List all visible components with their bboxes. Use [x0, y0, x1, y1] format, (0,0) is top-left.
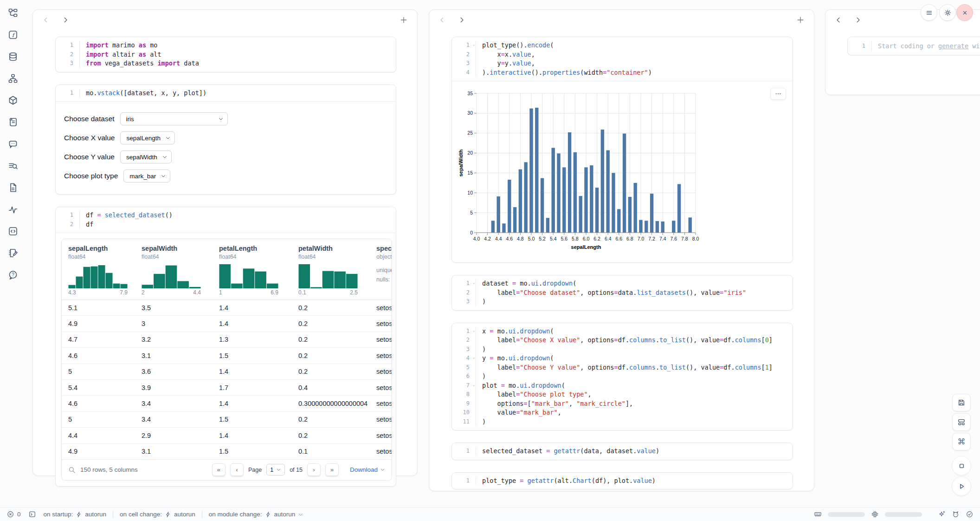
table-row[interactable]: 4.93.11.50.1setosa [62, 444, 392, 459]
code-line[interactable]: 1import marimo as mo [56, 41, 396, 50]
column-left-arrow-icon[interactable] [438, 16, 446, 24]
stop-button[interactable] [952, 456, 971, 475]
code-line[interactable]: 2 label="Choose dataset", options=data.l… [452, 288, 793, 298]
autorun-setting[interactable]: on startup:autorun [44, 511, 107, 518]
datasources-icon[interactable] [8, 52, 18, 62]
runtime-activity-icon[interactable] [8, 204, 18, 215]
scratchpad-icon[interactable] [8, 248, 18, 258]
table-row[interactable]: 4.63.11.50.2setosa [62, 348, 392, 364]
column-name[interactable]: species [376, 245, 392, 252]
logs-scroll-icon[interactable] [8, 117, 18, 127]
last-page-button[interactable]: » [325, 463, 339, 476]
functions-icon[interactable]: f [8, 30, 18, 40]
search-icon[interactable] [68, 466, 76, 474]
column-histogram[interactable] [298, 264, 358, 288]
altair-bar-chart[interactable]: 4.04.24.44.64.85.05.25.45.65.86.06.26.46… [457, 90, 716, 257]
column-left-arrow-icon[interactable] [835, 16, 842, 24]
column-name[interactable]: sepalLength [68, 245, 135, 252]
code-line[interactable]: 8 label="Choose plot type", [452, 390, 793, 399]
code-line[interactable]: 5 label="Choose Y value", options=df.col… [452, 363, 793, 372]
packages-icon[interactable] [8, 95, 18, 105]
dropdown-select[interactable]: sepalLength [120, 131, 175, 144]
autorun-setting[interactable]: on module change:autorun [209, 511, 304, 518]
code-placeholder[interactable]: Start coding or generate with [872, 41, 980, 51]
shutdown-button[interactable] [956, 4, 973, 21]
column-histogram[interactable] [142, 264, 201, 288]
column-left-arrow-icon[interactable] [42, 16, 50, 24]
generate-link[interactable]: generate [938, 42, 968, 50]
ai-sparkle-icon[interactable] [938, 510, 946, 518]
code-line[interactable]: 4).interactive().properties(width="conta… [452, 68, 793, 78]
column-histogram[interactable] [219, 264, 278, 288]
table-row[interactable]: 5.13.51.40.2setosa [62, 300, 392, 316]
table-row[interactable]: 4.63.41.40.30000000000000004setosa [62, 396, 392, 411]
column-name[interactable]: petalLength [219, 245, 292, 252]
dependencies-icon[interactable] [8, 73, 18, 84]
code-line[interactable]: 1⌄dataset = mo.ui.dropdown( [452, 279, 793, 288]
first-page-button[interactable]: « [212, 463, 226, 476]
cell-empty[interactable]: 1 Start coding or generate with [847, 37, 980, 55]
table-row[interactable]: 5.43.91.70.4setosa [62, 380, 392, 396]
help-icon[interactable]: ? [8, 270, 18, 280]
tracebacks-search-icon[interactable] [8, 161, 18, 171]
column-name[interactable]: petalWidth [298, 245, 370, 252]
code-line[interactable]: 10 value="mark_bar", [452, 408, 793, 417]
column-right-arrow-icon[interactable] [62, 16, 69, 24]
autorun-setting[interactable]: on cell change:autorun [120, 511, 195, 518]
layout-button[interactable] [952, 413, 971, 431]
documentation-icon[interactable] [8, 182, 18, 193]
chat-icon[interactable] [8, 139, 18, 149]
save-button[interactable] [952, 394, 971, 411]
code-line[interactable]: 3 y=y.value, [452, 59, 793, 68]
code-line[interactable]: 7⌄plot = mo.ui.dropdown( [452, 381, 793, 391]
code-line[interactable]: 3) [452, 297, 793, 306]
code-line[interactable]: 1mo.vstack([dataset, x, y, plot]) [56, 89, 396, 98]
dropdown-select[interactable]: iris [120, 112, 228, 125]
page-select[interactable]: 1 [266, 464, 285, 475]
table-row[interactable]: 53.61.40.2setosa [62, 364, 392, 380]
table-row[interactable]: 4.42.91.40.2setosa [62, 428, 392, 443]
code-line[interactable]: 1⌄plot_type().encode( [452, 41, 793, 50]
command-palette-button[interactable]: ⌘ [952, 433, 971, 450]
feedback-icon[interactable] [952, 510, 960, 518]
code-line[interactable]: 4⌄y = mo.ui.dropdown( [452, 354, 793, 363]
code-line[interactable]: 2import altair as alt [56, 50, 396, 59]
add-cell-button[interactable] [400, 16, 408, 24]
code-line[interactable]: 11) [452, 417, 793, 427]
add-cell-button[interactable] [796, 16, 805, 24]
code-line[interactable]: 1selected_dataset = getattr(data, datase… [452, 447, 793, 456]
file-tree-icon[interactable] [8, 8, 18, 18]
column-name[interactable]: sepalWidth [142, 245, 213, 252]
code-line[interactable]: 1plot_type = getattr(alt.Chart(df), plot… [452, 476, 793, 486]
dropdown-select[interactable]: mark_bar [123, 169, 170, 182]
run-button[interactable] [952, 476, 971, 496]
settings-button[interactable] [939, 4, 956, 21]
prev-page-button[interactable]: ‹ [230, 463, 244, 476]
code-line[interactable]: 3from vega_datasets import data [56, 59, 396, 68]
column-right-arrow-icon[interactable] [458, 16, 465, 24]
next-page-button[interactable]: › [307, 463, 321, 476]
table-cell: 5.1 [62, 304, 135, 312]
table-row[interactable]: 4.73.21.30.2setosa [62, 332, 392, 348]
code-line[interactable]: 6) [452, 372, 793, 381]
column-histogram[interactable] [68, 264, 128, 288]
connection-status-icon[interactable] [966, 510, 974, 518]
code-line[interactable]: 1df = selected_dataset() [56, 211, 396, 220]
table-cell: 0.2 [292, 416, 370, 423]
table-row[interactable]: 53.41.50.2setosa [62, 412, 392, 428]
errors-indicator[interactable]: 0 [6, 510, 21, 518]
code-line[interactable]: 2 label="Choose X value", options=df.col… [452, 336, 793, 345]
code-line[interactable]: 2df [56, 220, 396, 229]
notebook-menu-button[interactable] [921, 4, 937, 21]
code-line[interactable]: 9 options=["mark_bar", "mark_circle"], [452, 399, 793, 409]
table-row[interactable]: 4.931.40.2setosa [62, 316, 392, 332]
chart-menu-button[interactable] [770, 88, 786, 100]
dropdown-select[interactable]: sepalWidth [120, 150, 172, 163]
code-line[interactable]: 1⌄x = mo.ui.dropdown( [452, 327, 793, 336]
code-line[interactable]: 2 x=x.value, [452, 50, 793, 59]
terminal-icon[interactable] [28, 510, 36, 518]
download-button[interactable]: Download [350, 466, 385, 473]
code-line[interactable]: 3) [452, 345, 793, 354]
column-right-arrow-icon[interactable] [854, 16, 862, 24]
snippets-icon[interactable] [8, 226, 18, 236]
